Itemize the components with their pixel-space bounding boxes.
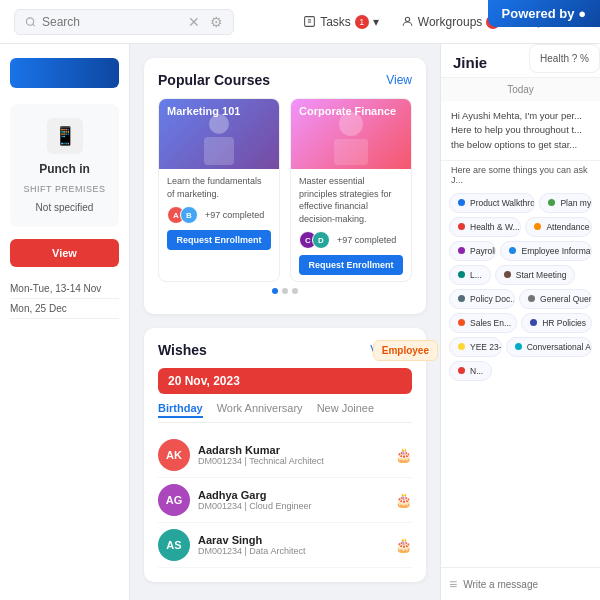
wish-avatar-3: AS <box>158 529 190 561</box>
avatar-2b: D <box>312 231 330 249</box>
svg-rect-9 <box>334 139 368 165</box>
jinie-menu-icon: ≡ <box>449 576 457 592</box>
completed-count-1: +97 completed <box>205 210 264 220</box>
jinie-ask-label: Here are some things you can ask J... <box>441 161 600 189</box>
chip-label: HR Policies <box>542 318 586 328</box>
search-icon <box>25 16 36 28</box>
chip-dot <box>534 223 541 230</box>
carousel-dots <box>158 282 412 300</box>
wish-action-3[interactable]: 🎂 <box>395 537 412 553</box>
jinie-chip-7[interactable]: Start Meeting <box>495 265 576 285</box>
svg-point-5 <box>405 17 409 21</box>
chip-label: Plan my Day <box>560 198 592 208</box>
chip-label: L... <box>470 270 482 280</box>
chip-label: Health & W... <box>470 222 520 232</box>
wish-info-3: Aarav Singh DM001234 | Data Architect <box>198 534 387 556</box>
punch-label[interactable]: Punch in <box>39 162 90 176</box>
tab-new-joinee[interactable]: New Joinee <box>317 402 374 418</box>
course-body-2: Master essential principles strategies f… <box>291 169 411 281</box>
calendar-entries: Mon-Tue, 13-14 Nov Mon, 25 Dec <box>10 279 119 319</box>
calendar-entry-1: Mon-Tue, 13-14 Nov <box>10 279 119 299</box>
left-panel: 📱 Punch in SHIFT PREMISES Not specified … <box>0 44 130 600</box>
chip-label: Policy Doc... <box>470 294 515 304</box>
wishes-title: Wishes <box>158 342 207 358</box>
course-meta-1: A B +97 completed <box>167 206 271 224</box>
employee-badge: Employee <box>373 340 438 361</box>
tasks-icon <box>303 15 316 28</box>
chip-label: Conversational Analytics <box>527 342 592 352</box>
jinie-chip-11[interactable]: HR Policies <box>521 313 592 333</box>
search-input[interactable] <box>42 15 182 29</box>
chip-dot <box>530 319 537 326</box>
center-panel: Popular Courses View Marketing 101 <box>130 44 440 600</box>
chip-label: Product Walkthrough Videos <box>470 198 535 208</box>
jinie-chip-12[interactable]: YEE 23-24 <box>449 337 502 357</box>
wish-name-2: Aadhya Garg <box>198 489 387 501</box>
jinie-message-input[interactable] <box>463 579 592 590</box>
course-card-2: Corporate Finance Master essential princ… <box>290 98 412 282</box>
courses-view-link[interactable]: View <box>386 73 412 87</box>
search-box[interactable]: ✕ ⚙ <box>14 9 234 35</box>
jinie-chip-14[interactable]: N... <box>449 361 492 381</box>
course-desc-1: Learn the fundamentals of marketing. <box>167 175 271 200</box>
jinie-chip-9[interactable]: General Query <box>519 289 592 309</box>
chip-dot <box>528 295 535 302</box>
wish-action-1[interactable]: 🎂 <box>395 447 412 463</box>
wish-name-3: Aarav Singh <box>198 534 387 546</box>
dot-1[interactable] <box>272 288 278 294</box>
chip-label: Start Meeting <box>516 270 567 280</box>
svg-rect-7 <box>204 137 234 165</box>
wish-avatar-1: AK <box>158 439 190 471</box>
main-area: 📱 Punch in SHIFT PREMISES Not specified … <box>0 44 600 600</box>
calendar-date-2: Mon, 25 Dec <box>10 303 119 314</box>
jinie-chip-3[interactable]: Attendance <box>525 217 592 237</box>
chip-dot <box>458 223 465 230</box>
color-accent-block <box>10 58 119 88</box>
course-title-2: Corporate Finance <box>299 105 396 117</box>
svg-point-0 <box>26 17 33 24</box>
course-body-1: Learn the fundamentals of marketing. A B… <box>159 169 279 256</box>
dot-2[interactable] <box>282 288 288 294</box>
courses-grid: Marketing 101 Learn the fundamentals of … <box>158 98 412 282</box>
enroll-button-2[interactable]: Request Enrollment <box>299 255 403 275</box>
wishes-tabs: Birthday Work Anniversary New Joinee <box>158 402 412 423</box>
jinie-chip-13[interactable]: Conversational Analytics <box>506 337 592 357</box>
shift-value: Not specified <box>36 202 94 213</box>
view-button[interactable]: View <box>10 239 119 267</box>
tasks-button[interactable]: Tasks 1 ▾ <box>297 11 385 33</box>
course-image-1: Marketing 101 <box>159 99 279 169</box>
jinie-chip-1[interactable]: Plan my Day <box>539 193 592 213</box>
tab-work-anniversary[interactable]: Work Anniversary <box>217 402 303 418</box>
jinie-chip-6[interactable]: L... <box>449 265 491 285</box>
banner-text: Powered by <box>502 6 575 21</box>
search-filter-icon[interactable]: ⚙ <box>210 14 223 30</box>
jinie-chip-4[interactable]: Payroll <box>449 241 496 261</box>
jinie-chip-5[interactable]: Employee Information <box>500 241 592 261</box>
chip-label: Attendance <box>546 222 589 232</box>
jinie-chip-8[interactable]: Policy Doc... <box>449 289 515 309</box>
powered-by-banner: Powered by ● <box>488 0 600 27</box>
enroll-button-1[interactable]: Request Enrollment <box>167 230 271 250</box>
chip-dot <box>458 367 465 374</box>
wish-item-1: AK Aadarsh Kumar DM001234 | Technical Ar… <box>158 433 412 478</box>
chip-dot <box>515 343 522 350</box>
jinie-chip-10[interactable]: Sales En... <box>449 313 517 333</box>
punch-icon: 📱 <box>47 118 83 154</box>
jinie-date: Today <box>441 78 600 101</box>
jinie-chip-0[interactable]: Product Walkthrough Videos <box>449 193 535 213</box>
shift-label: SHIFT PREMISES <box>24 184 106 194</box>
chip-dot <box>458 319 465 326</box>
chip-dot <box>458 271 465 278</box>
avatar-stack-2: C D <box>299 231 325 249</box>
chip-dot <box>504 271 511 278</box>
tab-birthday[interactable]: Birthday <box>158 402 203 418</box>
course-image-2: Corporate Finance <box>291 99 411 169</box>
tasks-badge: 1 <box>355 15 369 29</box>
wish-action-2[interactable]: 🎂 <box>395 492 412 508</box>
wish-avatar-2: AG <box>158 484 190 516</box>
health-widget: Health ? % <box>529 44 600 73</box>
workgroups-icon <box>401 15 414 28</box>
jinie-chip-2[interactable]: Health & W... <box>449 217 521 237</box>
search-clear-icon[interactable]: ✕ <box>188 14 200 30</box>
dot-3[interactable] <box>292 288 298 294</box>
